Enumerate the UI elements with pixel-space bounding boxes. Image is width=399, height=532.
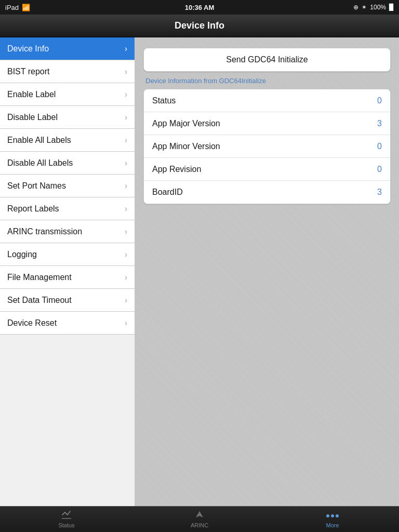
sidebar: Device Info › BIST report › Enable Label… bbox=[0, 37, 135, 506]
table-row-boardid: BoardID 3 bbox=[144, 181, 390, 204]
sidebar-label-set-data-timeout: Set Data Timeout bbox=[7, 296, 72, 305]
sidebar-item-logging[interactable]: Logging › bbox=[0, 243, 135, 266]
app-major-version-label: App Major Version bbox=[152, 119, 220, 128]
tab-more[interactable]: More bbox=[301, 511, 364, 528]
table-row-app-revision: App Revision 0 bbox=[144, 158, 390, 181]
chevron-icon-set-port-names: › bbox=[125, 181, 127, 191]
chevron-icon-enable-all-labels: › bbox=[125, 136, 127, 145]
boardid-value: 3 bbox=[377, 188, 382, 197]
sidebar-item-report-labels[interactable]: Report Labels › bbox=[0, 197, 135, 220]
status-tab-icon bbox=[61, 510, 72, 521]
sidebar-label-enable-all-labels: Enable All Labels bbox=[7, 136, 71, 145]
tab-status[interactable]: Status bbox=[35, 510, 98, 528]
chevron-icon-logging: › bbox=[125, 250, 127, 259]
status-value: 0 bbox=[377, 96, 382, 105]
sidebar-label-device-info: Device Info bbox=[7, 44, 49, 54]
tab-status-label: Status bbox=[58, 522, 74, 528]
battery-label: 100% bbox=[370, 4, 386, 11]
app-minor-version-value: 0 bbox=[377, 142, 382, 151]
sidebar-item-device-info[interactable]: Device Info › bbox=[0, 37, 135, 60]
status-bar: iPad 📶 10:36 AM ⊕ ✴ 100% ▉ bbox=[0, 0, 399, 15]
sidebar-label-disable-all-labels: Disable All Labels bbox=[7, 158, 73, 168]
sidebar-label-set-port-names: Set Port Names bbox=[7, 181, 66, 191]
sidebar-item-disable-all-labels[interactable]: Disable All Labels › bbox=[0, 152, 135, 175]
nav-title: Device Info bbox=[175, 20, 224, 31]
boardid-label: BoardID bbox=[152, 188, 183, 197]
tab-more-label: More bbox=[326, 522, 339, 528]
send-gdc64-initialize-button[interactable]: Send GDC64 Initialize bbox=[143, 48, 391, 72]
status-bar-right: ⊕ ✴ 100% ▉ bbox=[353, 4, 394, 11]
status-label: Status bbox=[152, 96, 176, 105]
chevron-icon-disable-label: › bbox=[125, 113, 127, 122]
sidebar-item-set-data-timeout[interactable]: Set Data Timeout › bbox=[0, 289, 135, 312]
sidebar-item-arinc-transmission[interactable]: ARINC transmission › bbox=[0, 220, 135, 243]
lock-icon: ⊕ bbox=[353, 4, 358, 11]
chevron-icon-device-reset: › bbox=[125, 318, 127, 328]
sidebar-label-disable-label: Disable Label bbox=[7, 113, 58, 122]
chevron-icon-device-info: › bbox=[125, 44, 127, 54]
table-row-app-minor-version: App Minor Version 0 bbox=[144, 135, 390, 158]
battery-icon: ▉ bbox=[389, 4, 394, 11]
sidebar-label-file-management: File Management bbox=[7, 273, 72, 282]
sidebar-label-arinc-transmission: ARINC transmission bbox=[7, 227, 82, 236]
chevron-icon-report-labels: › bbox=[125, 204, 127, 214]
chevron-icon-disable-all-labels: › bbox=[125, 158, 127, 168]
tab-arinc[interactable]: ARINC bbox=[168, 510, 231, 528]
tab-arinc-label: ARINC bbox=[191, 522, 208, 528]
table-row-status: Status 0 bbox=[144, 89, 390, 112]
app-minor-version-label: App Minor Version bbox=[152, 142, 220, 151]
dot-1 bbox=[326, 514, 329, 517]
app-revision-label: App Revision bbox=[152, 165, 201, 174]
dot-3 bbox=[336, 514, 339, 517]
sidebar-item-file-management[interactable]: File Management › bbox=[0, 266, 135, 289]
sidebar-item-device-reset[interactable]: Device Reset › bbox=[0, 312, 135, 335]
chevron-icon-file-management: › bbox=[125, 273, 127, 282]
sidebar-item-disable-label[interactable]: Disable Label › bbox=[0, 106, 135, 129]
dot-2 bbox=[331, 514, 334, 517]
sidebar-label-logging: Logging bbox=[7, 250, 37, 259]
tab-bar: Status ARINC More bbox=[0, 506, 399, 532]
status-bar-left: iPad 📶 bbox=[5, 4, 30, 11]
nav-bar: Device Info bbox=[0, 15, 399, 37]
sidebar-label-device-reset: Device Reset bbox=[7, 318, 57, 328]
sidebar-label-bist-report: BIST report bbox=[7, 67, 50, 76]
chevron-icon-arinc-transmission: › bbox=[125, 227, 127, 236]
sidebar-item-enable-label[interactable]: Enable Label › bbox=[0, 83, 135, 106]
wifi-icon: 📶 bbox=[22, 4, 30, 11]
chevron-icon-enable-label: › bbox=[125, 90, 127, 99]
table-row-app-major-version: App Major Version 3 bbox=[144, 112, 390, 135]
status-bar-time: 10:36 AM bbox=[185, 4, 215, 11]
sidebar-label-report-labels: Report Labels bbox=[7, 204, 59, 214]
sidebar-item-bist-report[interactable]: BIST report › bbox=[0, 60, 135, 83]
device-label: iPad bbox=[5, 4, 19, 11]
more-tab-icon bbox=[326, 511, 339, 521]
app-major-version-value: 3 bbox=[377, 119, 382, 128]
device-info-label: Device Information from GDC64Initialize bbox=[143, 72, 391, 89]
sidebar-item-enable-all-labels[interactable]: Enable All Labels › bbox=[0, 129, 135, 152]
content-area: Send GDC64 Initialize Device Information… bbox=[135, 37, 399, 506]
bluetooth-icon: ✴ bbox=[362, 4, 367, 11]
arinc-tab-icon bbox=[193, 510, 206, 521]
device-info-table: Status 0 App Major Version 3 App Minor V… bbox=[143, 89, 391, 204]
sidebar-item-set-port-names[interactable]: Set Port Names › bbox=[0, 175, 135, 197]
sidebar-label-enable-label: Enable Label bbox=[7, 90, 56, 99]
chevron-icon-bist-report: › bbox=[125, 67, 127, 76]
main-layout: Device Info › BIST report › Enable Label… bbox=[0, 37, 399, 506]
app-revision-value: 0 bbox=[377, 165, 382, 174]
chevron-icon-set-data-timeout: › bbox=[125, 296, 127, 305]
